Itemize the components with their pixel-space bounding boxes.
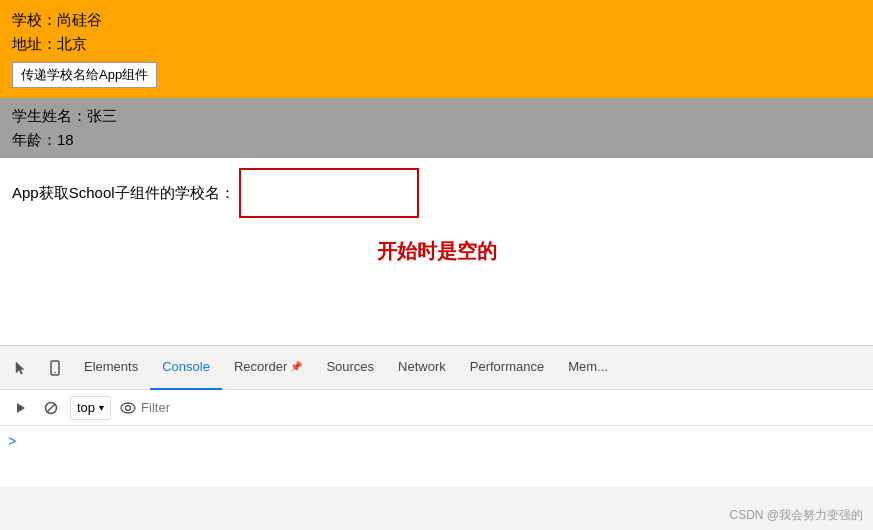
console-eye-icon[interactable]	[115, 395, 141, 421]
svg-marker-2	[17, 403, 25, 413]
chevron-down-icon: ▾	[99, 402, 104, 413]
recorder-pin-icon: 📌	[290, 361, 302, 372]
tab-performance[interactable]: Performance	[458, 346, 556, 390]
student-section: 学生姓名：张三 年龄：18	[0, 98, 873, 158]
console-context-selector[interactable]: top ▾	[70, 396, 111, 420]
svg-point-6	[126, 405, 131, 410]
school-address-label: 地址：北京	[12, 32, 861, 56]
console-block-button[interactable]	[38, 395, 64, 421]
empty-hint-label: 开始时是空的	[12, 238, 861, 265]
school-name-display-box	[239, 168, 419, 218]
tab-sources[interactable]: Sources	[314, 346, 386, 390]
school-name-label: 学校：尚硅谷	[12, 8, 861, 32]
tab-network[interactable]: Network	[386, 346, 458, 390]
devtools-device-icon[interactable]	[40, 353, 70, 383]
console-output: >	[0, 426, 873, 486]
svg-point-5	[121, 403, 135, 413]
tab-console[interactable]: Console	[150, 346, 222, 390]
devtools-cursor-icon[interactable]	[6, 353, 36, 383]
tab-elements[interactable]: Elements	[72, 346, 150, 390]
app-school-label: App获取School子组件的学校名：	[12, 184, 235, 203]
student-name-label: 学生姓名：张三	[12, 104, 861, 128]
devtools-tabs-row: Elements Console Recorder 📌 Sources Netw…	[0, 346, 873, 390]
app-school-row: App获取School子组件的学校名：	[12, 168, 861, 218]
student-age-label: 年龄：18	[12, 128, 861, 152]
console-context-value: top	[77, 400, 95, 415]
school-section: 学校：尚硅谷 地址：北京 传递学校名给App组件	[0, 0, 873, 98]
tab-recorder[interactable]: Recorder 📌	[222, 346, 314, 390]
console-prompt: >	[8, 430, 865, 452]
console-filter-input[interactable]	[141, 396, 867, 420]
devtools-console-toolbar: top ▾	[0, 390, 873, 426]
svg-line-4	[47, 404, 55, 412]
main-content: 学校：尚硅谷 地址：北京 传递学校名给App组件 学生姓名：张三 年龄：18 A…	[0, 0, 873, 345]
app-section: App获取School子组件的学校名： 开始时是空的	[0, 158, 873, 275]
tab-mem[interactable]: Mem...	[556, 346, 620, 390]
watermark: CSDN @我会努力变强的	[729, 507, 863, 524]
devtools-panel: Elements Console Recorder 📌 Sources Netw…	[0, 345, 873, 530]
pass-school-name-button[interactable]: 传递学校名给App组件	[12, 62, 157, 88]
console-play-button[interactable]	[8, 395, 34, 421]
svg-point-1	[54, 371, 56, 373]
